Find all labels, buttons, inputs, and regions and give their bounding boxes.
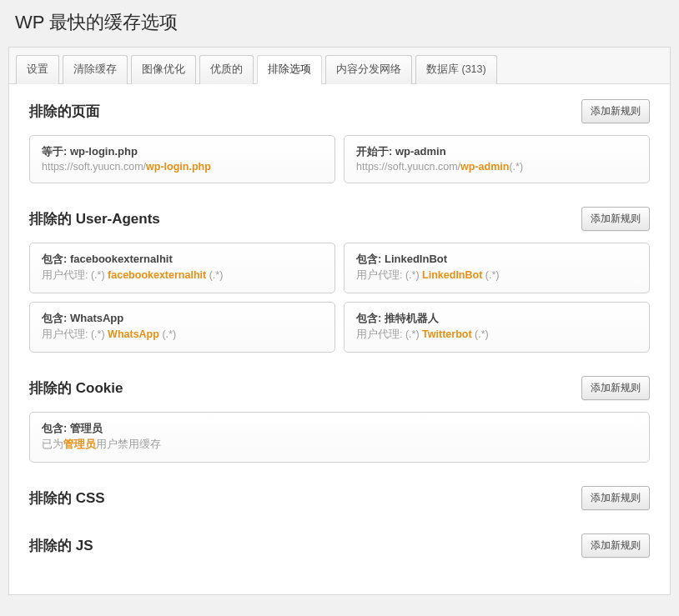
rule-detail: 用户代理: (.*) WhatsApp (.*) [42,328,323,342]
rule-card[interactable]: 包含: WhatsApp 用户代理: (.*) WhatsApp (.*) [29,302,335,353]
section-title-cookies: 排除的 Cookie [29,378,123,398]
rule-label: 包含: facebookexternalhit [42,252,323,267]
rule-card[interactable]: 开始于: wp-admin https://soft.yuucn.com/wp-… [344,135,650,183]
add-rule-pages-button[interactable]: 添加新规则 [581,99,650,123]
rule-detail: 用户代理: (.*) LinkedInBot (.*) [356,268,637,283]
add-rule-js-button[interactable]: 添加新规则 [581,533,650,558]
add-rule-user-agents-button[interactable]: 添加新规则 [581,207,650,231]
settings-panel: 设置 清除缓存 图像优化 优质的 排除选项 内容分发网络 数据库 (313) 排… [8,47,671,595]
section-cookies: 排除的 Cookie 添加新规则 包含: 管理员 已为管理员用户禁用缓存 [29,376,650,463]
rule-detail: 用户代理: (.*) facebookexternalhit (.*) [42,268,323,283]
section-user-agents: 排除的 User-Agents 添加新规则 包含: facebookextern… [29,207,650,353]
rule-card[interactable]: 包含: LinkedInBot 用户代理: (.*) LinkedInBot (… [344,243,650,293]
rule-label: 包含: WhatsApp [42,311,323,326]
tab-cdn[interactable]: 内容分发网络 [325,55,412,84]
rule-detail: https://soft.yuucn.com/wp-admin(.*) [356,161,637,173]
rule-card[interactable]: 包含: facebookexternalhit 用户代理: (.*) faceb… [29,243,335,293]
rule-label: 开始于: wp-admin [356,144,637,159]
tab-exclude[interactable]: 排除选项 [257,55,322,84]
section-title-pages: 排除的页面 [29,102,100,121]
rule-label: 包含: 管理员 [42,421,637,436]
tab-database[interactable]: 数据库 (313) [415,55,497,84]
rule-card[interactable]: 包含: 管理员 已为管理员用户禁用缓存 [29,412,650,463]
section-title-user-agents: 排除的 User-Agents [29,209,160,228]
section-pages: 排除的页面 添加新规则 等于: wp-login.php https://sof… [29,99,650,183]
rule-label: 包含: LinkedInBot [356,252,637,267]
tab-image-opt[interactable]: 图像优化 [131,55,196,84]
rule-label: 包含: 推特机器人 [356,311,637,326]
tab-premium[interactable]: 优质的 [199,55,254,84]
page-title: WP 最快的缓存选项 [0,0,679,47]
section-js: 排除的 JS 添加新规则 [29,533,650,558]
add-rule-css-button[interactable]: 添加新规则 [581,486,650,510]
add-rule-cookies-button[interactable]: 添加新规则 [581,376,650,400]
rule-detail: 用户代理: (.*) Twitterbot (.*) [356,328,637,342]
section-css: 排除的 CSS 添加新规则 [29,486,650,510]
tab-clear-cache[interactable]: 清除缓存 [63,55,128,84]
rule-detail: https://soft.yuucn.com/wp-login.php [42,161,323,173]
rule-detail: 已为管理员用户禁用缓存 [42,438,637,452]
rule-card[interactable]: 包含: 推特机器人 用户代理: (.*) Twitterbot (.*) [344,302,650,353]
rule-label: 等于: wp-login.php [42,144,323,159]
content-area: 排除的页面 添加新规则 等于: wp-login.php https://sof… [9,84,670,594]
section-title-js: 排除的 JS [29,536,93,555]
section-title-css: 排除的 CSS [29,488,105,508]
rule-card[interactable]: 等于: wp-login.php https://soft.yuucn.com/… [29,135,335,183]
tab-settings[interactable]: 设置 [16,55,59,84]
tabs-bar: 设置 清除缓存 图像优化 优质的 排除选项 内容分发网络 数据库 (313) [9,48,670,84]
